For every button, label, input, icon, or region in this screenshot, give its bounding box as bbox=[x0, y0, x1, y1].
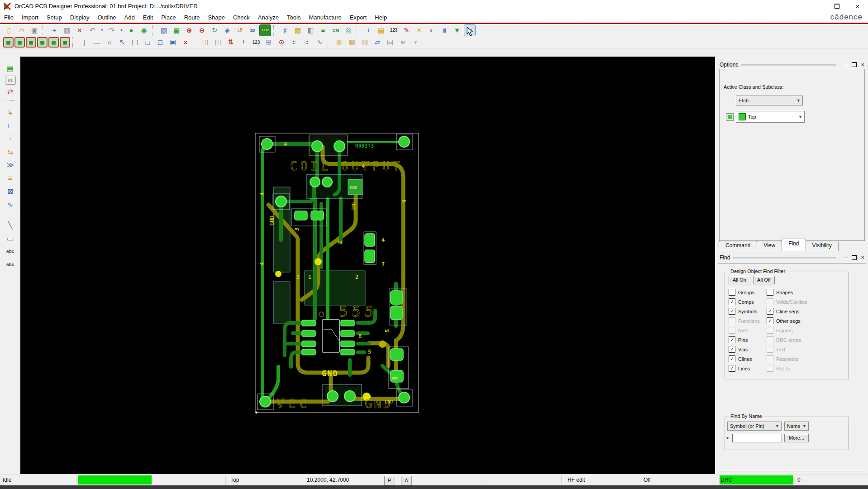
array-dots-button[interactable]: :: bbox=[288, 36, 300, 48]
all-on-button[interactable]: All On bbox=[729, 276, 750, 284]
menu-item[interactable]: Tools bbox=[283, 13, 305, 22]
layer-select-button[interactable]: ≡ bbox=[317, 24, 329, 36]
menu-item[interactable]: Export bbox=[346, 13, 371, 22]
add-text-button[interactable]: abc bbox=[4, 245, 17, 258]
pin-swap-button[interactable]: ⇆ bbox=[4, 146, 17, 158]
checkbox[interactable]: ✓ bbox=[729, 365, 735, 372]
delete-button[interactable]: × bbox=[74, 24, 86, 36]
add-frame-rect-button[interactable]: ◻ bbox=[154, 36, 166, 48]
copy-button[interactable]: ▥ bbox=[61, 24, 73, 36]
shine-mode-button[interactable]: ☀ bbox=[413, 24, 425, 36]
shape-select-button[interactable]: ▦ bbox=[26, 37, 36, 48]
grid-toggle-button[interactable]: ♯ bbox=[279, 24, 291, 36]
shape-edit-button[interactable]: ▦ bbox=[14, 37, 25, 48]
checkbox[interactable]: ✓ bbox=[729, 336, 735, 343]
checkbox[interactable] bbox=[767, 346, 773, 353]
checkbox[interactable] bbox=[767, 355, 773, 362]
filter-checkbox-row[interactable]: ✓ Symbols bbox=[729, 307, 760, 316]
assign-number-button[interactable]: 123 bbox=[250, 36, 262, 48]
place-refdes-button[interactable]: ▥ bbox=[359, 36, 371, 48]
route-connect-button[interactable]: ↳ bbox=[4, 106, 17, 119]
minimize-button[interactable]: – bbox=[806, 0, 826, 13]
checkbox[interactable] bbox=[767, 289, 773, 296]
add-rect-button[interactable]: □ bbox=[142, 36, 153, 48]
find-minimize-button[interactable]: – bbox=[844, 255, 848, 260]
checkbox[interactable] bbox=[729, 327, 735, 334]
menu-item[interactable]: Manufacture bbox=[305, 13, 345, 22]
world-view-button[interactable]: ◎ bbox=[343, 24, 354, 36]
checkbox[interactable] bbox=[767, 327, 773, 334]
find-drag-bar[interactable] bbox=[733, 257, 836, 259]
tab-command[interactable]: Command bbox=[719, 241, 757, 251]
add-line-button[interactable]: ╲ bbox=[4, 219, 17, 231]
filter-checkbox-row[interactable]: ✓ Pins bbox=[729, 335, 760, 345]
filter-checkbox-row[interactable]: ✓ Lines bbox=[729, 364, 760, 373]
view-3d-button[interactable]: 3D bbox=[247, 24, 258, 36]
place-module-button[interactable]: ▥ bbox=[346, 36, 358, 48]
checkbox[interactable]: ✓ bbox=[729, 346, 735, 353]
fix-button[interactable]: ● bbox=[125, 24, 137, 36]
checkbox[interactable]: ✓ bbox=[729, 355, 735, 362]
shadow-mode-button[interactable]: ◐ bbox=[426, 24, 438, 36]
import-logic-button[interactable]: ▤ bbox=[4, 62, 17, 75]
pcb-board[interactable]: N00373 COIL OUTPUT 555 VCC GND GND GND G… bbox=[255, 131, 420, 416]
subclass-visibility-toggle[interactable] bbox=[726, 113, 734, 121]
measure-button[interactable]: 123 bbox=[388, 24, 400, 36]
add-line-segment-button[interactable]: — bbox=[91, 36, 103, 48]
find-name-input[interactable] bbox=[732, 434, 782, 442]
checkbox[interactable]: ✓ bbox=[729, 308, 735, 315]
delete-element-button[interactable]: × bbox=[180, 36, 191, 48]
new-file-button[interactable]: ▯ bbox=[3, 24, 15, 36]
shape-add-button[interactable]: ▦ bbox=[3, 37, 14, 48]
create-via-button[interactable]: ◫ bbox=[200, 36, 211, 48]
snap-point-button[interactable]: ⊙ bbox=[276, 36, 287, 48]
filter-checkbox-row[interactable]: Shapes bbox=[767, 288, 807, 297]
move-button[interactable]: + bbox=[48, 24, 60, 36]
class-combobox[interactable]: Etch ▼ bbox=[736, 96, 803, 105]
close-button[interactable]: × bbox=[847, 0, 868, 13]
filter-checkbox-row[interactable]: ✓ Clines bbox=[729, 354, 760, 364]
meander-button[interactable]: ∿ bbox=[4, 198, 17, 211]
checkbox[interactable]: ✓ bbox=[729, 298, 735, 305]
name-mode-combobox[interactable]: Name ▼ bbox=[784, 422, 809, 431]
zoom-in-button[interactable]: ⊕ bbox=[183, 24, 195, 36]
open-folder-button[interactable]: ▱ bbox=[16, 24, 28, 36]
menu-item[interactable]: Shape bbox=[204, 13, 229, 22]
edit-boundary-button[interactable]: ∟ bbox=[4, 120, 17, 132]
filter-checkbox-row[interactable]: Groups bbox=[729, 288, 760, 297]
add-filled-rect-button[interactable]: ▣ bbox=[167, 36, 179, 48]
save-button[interactable]: ▣ bbox=[29, 24, 40, 36]
spacing-grid-button[interactable]: ⊞ bbox=[263, 36, 275, 48]
pad-edit-button[interactable]: ◫ bbox=[212, 36, 224, 48]
subclass-combobox[interactable]: Top ▼ bbox=[736, 111, 805, 123]
all-off-button[interactable]: All Off bbox=[753, 276, 775, 284]
filter-checkbox-row[interactable]: ✓ Vias bbox=[729, 345, 760, 354]
color-dialog-button[interactable]: ▩ bbox=[292, 24, 304, 36]
edit-text-button[interactable]: abc bbox=[4, 259, 17, 271]
place-manual-button[interactable]: ▥ bbox=[334, 36, 345, 48]
cm-table-button[interactable]: CM bbox=[330, 24, 342, 36]
tab-view[interactable]: View bbox=[757, 241, 782, 251]
flip-design-button[interactable]: FLIP bbox=[259, 24, 271, 36]
undo-dropdown[interactable]: ▾ bbox=[99, 24, 105, 36]
xsection-button[interactable]: ◧ bbox=[305, 24, 316, 36]
redraw-button[interactable]: ↻ bbox=[209, 24, 220, 36]
delay-tune-button[interactable]: ↕ bbox=[4, 133, 17, 145]
checkbox[interactable] bbox=[767, 298, 773, 305]
find-restore-button[interactable] bbox=[852, 255, 857, 260]
filter-checkbox-row[interactable]: ✓ Cline segs bbox=[767, 307, 807, 316]
name-type-combobox[interactable]: Symbol (or Pin) ▼ bbox=[727, 422, 782, 431]
show-element-button[interactable]: i bbox=[362, 24, 374, 36]
add-circle-button[interactable]: ○ bbox=[104, 36, 115, 48]
menu-item[interactable]: Import bbox=[18, 13, 43, 22]
shape-delete-button[interactable]: ▦ bbox=[37, 37, 48, 48]
waive-drc-button[interactable]: ||| bbox=[439, 24, 450, 36]
menu-item[interactable]: Route bbox=[180, 13, 204, 22]
unrectify-button[interactable]: ↺ bbox=[234, 24, 246, 36]
swap-component-button[interactable]: ⇄ bbox=[4, 86, 17, 98]
shape-void-button[interactable]: ▦ bbox=[48, 37, 59, 48]
shape-merge-button[interactable]: ▦ bbox=[60, 37, 70, 48]
maximize-button[interactable] bbox=[826, 0, 847, 13]
add-rounded-rect-button[interactable]: ▢ bbox=[129, 36, 141, 48]
mail-report-button[interactable]: ✉ bbox=[397, 36, 409, 48]
